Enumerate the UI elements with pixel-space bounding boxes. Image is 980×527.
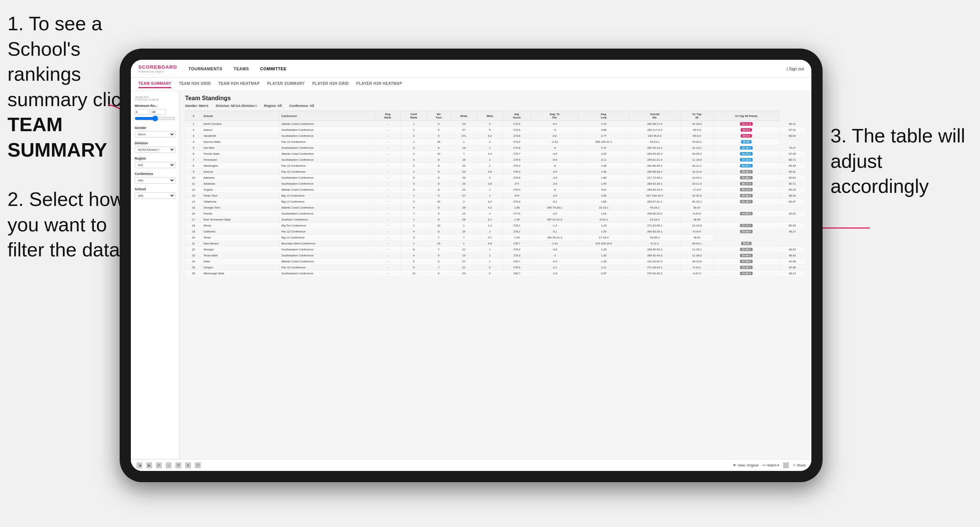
table-row: 10AlabamaSoutheastern Conference-5823327… — [185, 175, 806, 181]
col-overall: OverallRd. — [629, 111, 681, 121]
instruction-3: 3. The table will adjust accordingly — [830, 123, 972, 199]
table-row: 22GeorgiaSoutheastern Conference-8721127… — [185, 247, 806, 252]
standings-table: # School Conference RegRank ConfRank NoT… — [185, 111, 806, 276]
table-row: 1North CarolinaAtlantic Coast Conference… — [185, 121, 806, 127]
nav-links: TOURNAMENTS TEAMS COMMITTEE — [188, 65, 787, 73]
school-select[interactable]: (All) — [135, 192, 175, 199]
watch-button[interactable]: 👓 Watch ▾ — [762, 464, 779, 467]
table-row: 18IllinoisBig Ten Conference-12311.4279.… — [185, 223, 806, 229]
table-area: Team Standings Gender: Men's Division: N… — [180, 91, 811, 459]
sidebar-division: Division NCAA Division I — [135, 141, 175, 153]
tablet-screen: SCOREBOARD Powered by clipp'd TOURNAMENT… — [131, 60, 811, 471]
tab-team-h2h-heatmap[interactable]: TEAM H2H HEATMAP — [218, 80, 260, 88]
forward-icon[interactable]: ▶ — [146, 462, 152, 468]
filter-row: Gender: Men's Division: NCAA Division I … — [185, 104, 806, 108]
table-row: 16FloridaSoutheastern Conference-7924427… — [185, 211, 806, 217]
copy-icon[interactable]: ⧉ — [175, 462, 181, 468]
col-wins: Wins — [477, 111, 503, 121]
sub-nav: TEAM SUMMARY TEAM H2H GRID TEAM H2H HEAT… — [131, 78, 811, 91]
tab-player-h2h-heatmap[interactable]: PLAYER H2H HEATMAP — [356, 80, 402, 88]
logo-sub: Powered by clipp'd — [138, 70, 177, 73]
table-row: 25OregonPac-12 Conference-97210279.5-1.1… — [185, 265, 806, 271]
view-original-button[interactable]: 👁 View: Original — [733, 464, 758, 467]
table-row: 7TennesseeSoutheastern Conference-481822… — [185, 157, 806, 163]
table-row: 9ArizonaPac-12 Conference-28234.6276.3-4… — [185, 169, 806, 175]
filter-conference: Conference: All — [289, 104, 314, 108]
tab-team-h2h-grid[interactable]: TEAM H2H GRID — [179, 80, 210, 88]
table-row: 20TexasBig 12 Conference-3770.71.44269 5… — [185, 235, 806, 241]
table-title: Team Standings — [185, 95, 806, 102]
col-vs-top25: Vs Top25 — [680, 111, 713, 121]
table-row: 26Mississippi StateSoutheastern Conferen… — [185, 271, 806, 276]
rank-slider[interactable] — [135, 116, 175, 121]
table-row: 24DukeAtlantic Coast Conference-59271279… — [185, 259, 806, 265]
table-row: 5Ole MissSoutheastern Conference-3618127… — [185, 145, 806, 151]
col-no-tour: NoTour — [426, 111, 450, 121]
filter-division: Division: NCAA Division I — [216, 104, 256, 108]
nav-committee[interactable]: COMMITTEE — [260, 65, 287, 73]
col-rnds: Rnds — [450, 111, 477, 121]
table-row: 19CaliforniaPac-12 Conference-48242278.2… — [185, 229, 806, 235]
sidebar: Update time: 27/03/2024 16:56:26 Minimum… — [131, 91, 180, 459]
logo-main: SCOREBOARD — [138, 64, 177, 70]
reload-icon[interactable]: ↺ — [156, 462, 162, 468]
sidebar-min-rank: Minimum Ro... — [135, 104, 175, 122]
tablet: SCOREBOARD Powered by clipp'd TOURNAMENT… — [120, 49, 822, 482]
sidebar-school: School (All) — [135, 187, 175, 199]
division-select[interactable]: NCAA Division I — [135, 146, 175, 153]
gender-select[interactable]: Men's — [135, 131, 175, 138]
table-row: 8WashingtonPac-12 Conference-28231276.3-… — [185, 163, 806, 169]
table-row: 11ArkansasSoutheastern Conference-38243.… — [185, 181, 806, 187]
nav-teams[interactable]: TEAMS — [234, 65, 249, 73]
col-vs-top50: Vs Top 50 Points — [713, 111, 779, 121]
sidebar-gender: Gender Men's — [135, 126, 175, 138]
tab-team-summary[interactable]: TEAM SUMMARY — [138, 80, 171, 88]
table-row: 4Arizona StatePac-12 Conference-12614274… — [185, 139, 806, 145]
main-content: Update time: 27/03/2024 16:56:26 Minimum… — [131, 91, 811, 459]
nav-bar: SCOREBOARD Powered by clipp'd TOURNAMENT… — [131, 60, 811, 78]
expand-icon[interactable]: ⛶ — [783, 462, 789, 468]
logo: SCOREBOARD Powered by clipp'd — [138, 64, 177, 73]
col-reg-rank: RegRank — [375, 111, 401, 121]
table-row: 15Georgia TechAtlantic Coast Conference-… — [185, 205, 806, 211]
tab-player-h2h-grid[interactable]: PLAYER H2H GRID — [312, 80, 349, 88]
table-header-row: # School Conference RegRank ConfRank NoT… — [185, 111, 806, 121]
col-avg-par: Avg. ToPar — [531, 111, 578, 121]
sidebar-conference: Conference (All) — [135, 172, 175, 184]
filter-gender: Gender: Men's — [185, 104, 208, 108]
table-row: 17East Tennessee StateSouthern Conferenc… — [185, 217, 806, 223]
rank-to-input[interactable] — [151, 109, 166, 115]
table-row: 13Texas TechBig 12 Conference-19272276-3… — [185, 193, 806, 199]
col-avg-low: Avg.Low — [578, 111, 629, 121]
table-row: 14OklahomaBig 12 Conference-22426.2276.9… — [185, 199, 806, 205]
nav-tournaments[interactable]: TOURNAMENTS — [188, 65, 223, 73]
table-row: 21New MexicoMountain West Conference-123… — [185, 241, 806, 247]
update-time: Update time: 27/03/2024 16:56:26 — [135, 96, 175, 101]
col-school: School — [202, 111, 280, 121]
clock-icon[interactable]: ⏱ — [195, 462, 201, 468]
instruction-2: 2. Select how you want to filter the dat… — [8, 187, 138, 263]
region-select[interactable]: N/A — [135, 162, 175, 168]
share-button[interactable]: ⇧ Share — [793, 464, 806, 467]
bottom-bar: ◀ ▶ ↺ ⌂ ⧉ ⚙ ⏱ 👁 View: Original 👓 Watch ▾… — [131, 459, 811, 471]
table-row: 6Florida StateAtlantic Coast Conference-… — [185, 151, 806, 157]
sign-out-button[interactable]: | Sign out — [787, 67, 804, 71]
rank-from-input[interactable] — [135, 109, 150, 115]
col-conference: Conference — [280, 111, 375, 121]
table-row: 2AuburnSoutheastern Conference-19276273.… — [185, 127, 806, 133]
col-conf-rank: ConfRank — [401, 111, 427, 121]
col-adj-score: Adj.Score — [503, 111, 531, 121]
table-row: 23Texas A&MSoutheastern Conference-49102… — [185, 252, 806, 259]
table-row: 12VirginiaAtlantic Coast Conference-3824… — [185, 187, 806, 193]
back-icon[interactable]: ◀ — [137, 462, 142, 468]
col-rank: # — [185, 111, 202, 121]
tab-player-summary[interactable]: PLAYER SUMMARY — [267, 80, 305, 88]
table-row: 3VanderbiltSoutheastern Conference-25271… — [185, 133, 806, 139]
conference-select[interactable]: (All) — [135, 177, 175, 184]
home-icon[interactable]: ⌂ — [165, 462, 172, 468]
filter-region: Region: All — [264, 104, 282, 108]
settings-icon[interactable]: ⚙ — [185, 462, 191, 468]
sidebar-region: Region N/A — [135, 157, 175, 168]
